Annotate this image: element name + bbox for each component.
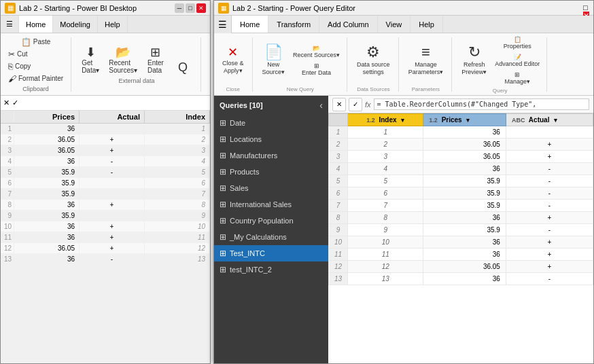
pbi-format-painter-btn[interactable]: 🖌 Format Painter [6,73,65,84]
pbi-maximize-btn[interactable]: □ [186,3,195,13]
pbi-clipboard-label: Clipboard [22,86,49,92]
pqe-enter-data-btn[interactable]: ⊞ Enter Data [290,61,343,77]
query-item-label-9: test_INTC_2 [230,266,272,274]
pbi-col-index[interactable]: Index [145,111,210,123]
pqe-recent-sources-btn[interactable]: 📂 Recent Sources▾ [290,43,343,60]
pbi-cut-btn[interactable]: ✂ Cut [6,49,65,60]
pqe-formula-input[interactable]: = Table.ReorderColumns(#"Changed Type", [374,98,589,110]
pbi-copy-btn[interactable]: ⎘ Copy [6,61,65,72]
pqe-cell-actual-1: + [506,139,593,151]
pbi-col-actual[interactable]: Actual [80,111,145,123]
pqe-col-actual-header[interactable]: ABC Actual ▾ [506,114,593,126]
pbi-get-data-btn[interactable]: ⬇ GetData▾ [78,44,103,76]
query-item-icon-9: ⊞ [220,265,226,274]
query-list-item-5[interactable]: ⊞ International Sales [214,196,328,213]
pqe-manage-btn[interactable]: ⊞ Manage▾ [492,70,542,86]
pqe-tab-transform[interactable]: Transform [268,16,319,33]
pqe-new-query-group: 📄 NewSource▾ 📂 Recent Sources▾ ⊞ Enter D… [258,37,348,92]
pbi-cell-prices-8: 35.9 [14,211,80,221]
pbi-q-btn[interactable]: Q [171,59,195,76]
prices-col-dropdown[interactable]: ▾ [466,117,470,124]
query-list-item-7[interactable]: ⊞ _My Calculations [214,229,328,245]
pqe-table-row: 13 13 36 - [329,273,593,285]
pqe-query-label: Query [457,88,542,94]
pqe-formula-check-btn[interactable]: ✓ [349,98,362,111]
pbi-cell-actual-5 [80,178,145,188]
pbi-tab-home[interactable]: Home [19,16,53,33]
pqe-col-index-header[interactable]: 1.2 Index ▾ [348,114,423,126]
get-data-icon: ⬇ [86,46,96,58]
pbi-cell-actual-1: + [80,134,145,145]
pqe-table-row: 4 4 36 - [329,163,593,175]
pqe-tab-add-column[interactable]: Add Column [319,16,378,33]
pqe-cell-index-0: 1 [348,126,423,139]
pqe-right-panel: ✕ ✓ fx = Table.ReorderColumns(#"Changed … [328,96,593,363]
pqe-advanced-editor-btn[interactable]: 📝 Advanced Editor [492,52,542,69]
pbi-enter-data-btn[interactable]: ⊞ EnterData [143,44,168,76]
pqe-row-num-12: 13 [329,273,348,285]
pbi-cell-prices-11: 36.05 [14,243,80,253]
query-list-item-6[interactable]: ⊞ Country Population [214,213,328,229]
pqe-table-row: 11 11 36 + [329,249,593,261]
query-item-label-3: Products [230,168,259,176]
pbi-col-prices[interactable]: Prices [14,111,80,123]
pqe-tab-home[interactable]: Home [232,16,268,33]
pbi-external-data-label: External data [119,77,155,84]
pqe-cell-prices-4: 35.9 [423,175,506,187]
pqe-cell-index-7: 8 [348,212,423,224]
pbi-close-btn[interactable]: ✕ [196,3,206,13]
pqe-tab-help[interactable]: Help [410,16,443,33]
pqe-maximize-btn[interactable]: □ [583,3,589,12]
query-list-item-8[interactable]: ⊞ Test_INTC [214,245,328,261]
pqe-row-num-4: 5 [329,175,348,187]
query-list-item-2[interactable]: ⊞ Manufacturers [214,147,328,164]
pbi-recent-sources-btn[interactable]: 📂 RecentSources▾ [105,44,141,76]
queries-list: ⊞ Date ⊞ Locations ⊞ Manufacturers ⊞ Pro… [214,115,328,278]
actual-col-dropdown[interactable]: ▾ [554,117,557,124]
pbi-row-num-3: 4 [1,156,14,166]
pbi-cell-prices-1: 36.05 [14,134,80,145]
pbi-external-data-group: ⬇ GetData▾ 📂 RecentSources▾ ⊞ EnterData … [78,37,201,92]
pbi-window-controls: ─ □ ✕ [175,3,206,13]
pbi-x-icon[interactable]: ✕ [3,98,10,107]
pqe-formula-x-btn[interactable]: ✕ [332,98,346,111]
pqe-cell-prices-5: 35.9 [423,187,506,200]
pbi-cell-actual-8 [80,211,145,221]
pqe-new-source-btn[interactable]: 📄 NewSource▾ [258,36,290,85]
queries-collapse-btn[interactable]: ‹ [319,100,323,111]
pqe-ribbon-bar: ✕ Close &Apply▾ Close 📄 NewSource▾ 📂 [214,33,593,96]
pqe-close-apply-btn[interactable]: ✕ Close &Apply▾ [218,36,248,85]
query-list-item-9[interactable]: ⊞ test_INTC_2 [214,261,328,278]
pqe-tab-view[interactable]: View [378,16,411,33]
pqe-properties-btn[interactable]: 📋 Properties [492,35,542,51]
pbi-tab-help[interactable]: Help [98,16,128,33]
data-source-settings-label: Data sourcesettings [357,61,390,76]
pqe-table-row: 8 8 36 + [329,212,593,224]
pbi-tab-file[interactable]: ☰ [1,16,19,33]
pqe-cell-actual-5: - [506,187,593,200]
pbi-tab-modeling[interactable]: Modeling [53,16,98,33]
pqe-ribbon-tabs: ☰ Home Transform Add Column View Help [214,16,593,33]
pbi-titlebar: ▦ Lab 2 - Starting - Power BI Desktop ─ … [1,1,210,16]
query-item-icon-3: ⊞ [220,167,226,177]
query-list-item-4[interactable]: ⊞ Sales [214,180,328,196]
pqe-menu-icon[interactable]: ☰ [218,19,227,30]
manage-params-icon: ≡ [421,45,430,60]
q-icon: Q [178,61,188,73]
query-list-item-1[interactable]: ⊞ Locations [214,131,328,147]
index-col-dropdown[interactable]: ▾ [401,117,404,124]
pqe-data-source-settings-btn[interactable]: ⚙ Data sourcesettings [353,36,394,85]
query-list-item-3[interactable]: ⊞ Products [214,164,328,180]
pbi-cell-actual-11: + [80,243,145,253]
pbi-cell-prices-0: 36 [14,124,80,134]
pbi-check-icon[interactable]: ✓ [12,98,18,107]
pbi-minimize-btn[interactable]: ─ [175,3,184,13]
pbi-paste-btn[interactable]: 📋 Paste [19,37,53,48]
query-item-label-0: Date [230,119,245,127]
query-list-item-0[interactable]: ⊞ Date [214,115,328,131]
pbi-cell-index-3: 4 [145,156,210,166]
pqe-manage-params-btn[interactable]: ≡ ManageParameters▾ [404,36,448,85]
pqe-refresh-preview-btn[interactable]: ↻ RefreshPreview▾ [457,36,491,85]
pbi-cell-index-4: 5 [145,167,210,177]
pqe-col-prices-header[interactable]: 1.2 Prices ▾ [423,114,506,126]
